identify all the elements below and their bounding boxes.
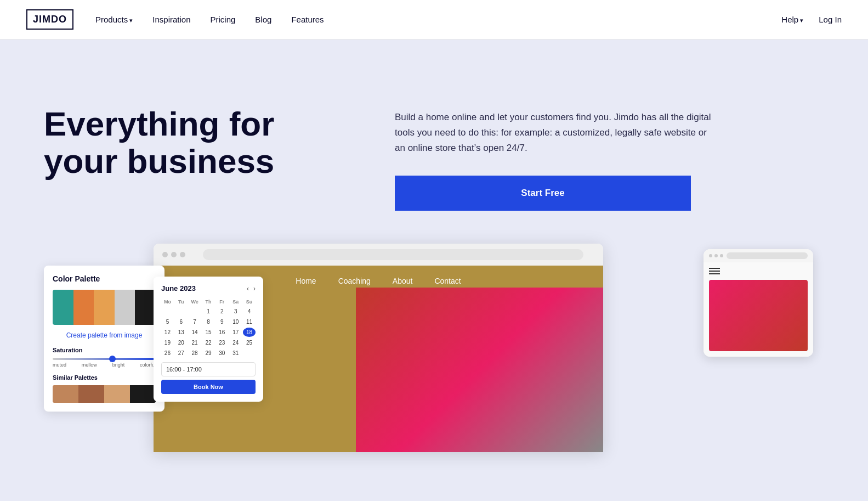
mobile-photo bbox=[709, 280, 808, 351]
cal-day bbox=[161, 307, 174, 316]
cal-day[interactable]: 5 bbox=[161, 317, 174, 327]
cal-day[interactable]: 17 bbox=[229, 328, 242, 337]
calendar-prev[interactable]: ‹ bbox=[247, 285, 249, 292]
color-swatches bbox=[53, 290, 156, 325]
browser-url-bar[interactable] bbox=[203, 249, 583, 260]
menu-line-2 bbox=[709, 271, 720, 272]
saturation-label: Saturation bbox=[53, 347, 156, 353]
label-muted: muted bbox=[53, 362, 66, 368]
hero-right: Build a home online and let your custome… bbox=[395, 83, 713, 211]
mini-swatches bbox=[53, 385, 156, 403]
cal-day[interactable]: 28 bbox=[189, 348, 201, 358]
cal-day[interactable]: 12 bbox=[161, 328, 174, 337]
cal-day[interactable]: 10 bbox=[229, 317, 242, 327]
hero-description: Build a home online and let your custome… bbox=[395, 110, 713, 156]
cal-day bbox=[243, 348, 256, 358]
cal-day[interactable]: 22 bbox=[202, 338, 215, 347]
cal-day[interactable]: 6 bbox=[175, 317, 188, 327]
nav-link-inspiration[interactable]: Inspiration bbox=[152, 15, 190, 24]
hero-content: Everything for your business Build a hom… bbox=[44, 83, 824, 211]
cal-day-header: Sa bbox=[229, 298, 242, 306]
swatch-2 bbox=[73, 290, 94, 325]
mobile-content bbox=[704, 262, 813, 357]
cal-day[interactable]: 18 bbox=[243, 328, 256, 337]
swatch-1 bbox=[53, 290, 73, 325]
photo-placeholder bbox=[356, 288, 603, 452]
cal-day[interactable]: 9 bbox=[215, 317, 228, 327]
book-now-button[interactable]: Book Now bbox=[161, 380, 256, 394]
mobile-dots bbox=[709, 254, 723, 257]
nav-link-blog[interactable]: Blog bbox=[255, 15, 271, 24]
site-nav-home[interactable]: Home bbox=[296, 277, 316, 285]
saturation-slider[interactable] bbox=[53, 358, 156, 360]
label-bright: bright bbox=[112, 362, 125, 368]
cal-day[interactable]: 30 bbox=[215, 348, 228, 358]
cal-day[interactable]: 25 bbox=[243, 338, 256, 347]
nav-item-blog[interactable]: Blog bbox=[255, 15, 271, 25]
cal-day[interactable]: 19 bbox=[161, 338, 174, 347]
nav-item-inspiration[interactable]: Inspiration bbox=[152, 15, 190, 25]
start-free-button[interactable]: Start Free bbox=[395, 176, 691, 211]
photo-people bbox=[356, 288, 603, 452]
time-input[interactable] bbox=[161, 362, 256, 376]
cal-day[interactable]: 11 bbox=[243, 317, 256, 327]
cal-day[interactable]: 1 bbox=[202, 307, 215, 316]
calendar-arrows[interactable]: ‹ › bbox=[247, 285, 256, 292]
cal-day[interactable]: 26 bbox=[161, 348, 174, 358]
cal-day[interactable]: 7 bbox=[189, 317, 201, 327]
site-nav-about[interactable]: About bbox=[393, 277, 413, 285]
mobile-dot-3 bbox=[720, 254, 723, 257]
hero-section: Everything for your business Build a hom… bbox=[0, 40, 868, 501]
menu-line-1 bbox=[709, 268, 720, 269]
cal-day[interactable]: 15 bbox=[202, 328, 215, 337]
cal-day[interactable]: 29 bbox=[202, 348, 215, 358]
swatch-3 bbox=[94, 290, 115, 325]
nav-item-features[interactable]: Features bbox=[291, 15, 324, 25]
color-palette-card: Color Palette Create palette from image … bbox=[44, 266, 164, 412]
logo[interactable]: JIMDO bbox=[26, 9, 73, 30]
nav-link-features[interactable]: Features bbox=[291, 15, 324, 24]
site-nav-coaching[interactable]: Coaching bbox=[338, 277, 371, 285]
mobile-dot-1 bbox=[709, 254, 712, 257]
cal-day bbox=[175, 307, 188, 316]
cal-day[interactable]: 23 bbox=[215, 338, 228, 347]
browser-bar bbox=[154, 244, 603, 266]
cal-day[interactable]: 2 bbox=[215, 307, 228, 316]
preview-area: Color Palette Create palette from image … bbox=[44, 244, 824, 474]
cal-day[interactable]: 31 bbox=[229, 348, 242, 358]
calendar-grid: MoTuWeThFrSaSu12345678910111213141516171… bbox=[161, 298, 256, 358]
mini-swatch-3 bbox=[104, 385, 130, 403]
cal-day[interactable]: 21 bbox=[189, 338, 201, 347]
login-link[interactable]: Log In bbox=[819, 15, 842, 24]
calendar-card: June 2023 ‹ › MoTuWeThFrSaSu123456789101… bbox=[154, 277, 263, 402]
cal-day[interactable]: 20 bbox=[175, 338, 188, 347]
swatch-5 bbox=[135, 290, 156, 325]
color-palette-title: Color Palette bbox=[53, 274, 156, 283]
hero-left: Everything for your business bbox=[44, 83, 351, 211]
hamburger-icon[interactable] bbox=[709, 268, 808, 274]
cal-day[interactable]: 4 bbox=[243, 307, 256, 316]
help-link[interactable]: Help bbox=[781, 15, 803, 24]
calendar-next[interactable]: › bbox=[253, 285, 256, 292]
cal-day[interactable]: 14 bbox=[189, 328, 201, 337]
cal-day[interactable]: 27 bbox=[175, 348, 188, 358]
mobile-url-bar bbox=[727, 252, 808, 259]
nav-link-products[interactable]: Products bbox=[95, 15, 133, 24]
cal-day[interactable]: 8 bbox=[202, 317, 215, 327]
site-nav-contact[interactable]: Contact bbox=[434, 277, 461, 285]
slider-labels: muted mellow bright colorful bbox=[53, 362, 156, 368]
create-palette-link[interactable]: Create palette from image bbox=[53, 331, 156, 339]
mini-swatch-1 bbox=[53, 385, 78, 403]
browser-dots bbox=[162, 252, 185, 257]
nav-item-products[interactable]: Products bbox=[95, 15, 133, 25]
navbar-right: Help Log In bbox=[781, 15, 842, 24]
cal-day[interactable]: 13 bbox=[175, 328, 188, 337]
nav-item-pricing[interactable]: Pricing bbox=[211, 15, 236, 25]
dot-yellow bbox=[171, 252, 177, 257]
cal-day[interactable]: 24 bbox=[229, 338, 242, 347]
nav-link-pricing[interactable]: Pricing bbox=[211, 15, 236, 24]
cal-day[interactable]: 3 bbox=[229, 307, 242, 316]
slider-thumb bbox=[109, 356, 116, 362]
cal-day[interactable]: 16 bbox=[215, 328, 228, 337]
calendar-header: June 2023 ‹ › bbox=[161, 284, 256, 292]
